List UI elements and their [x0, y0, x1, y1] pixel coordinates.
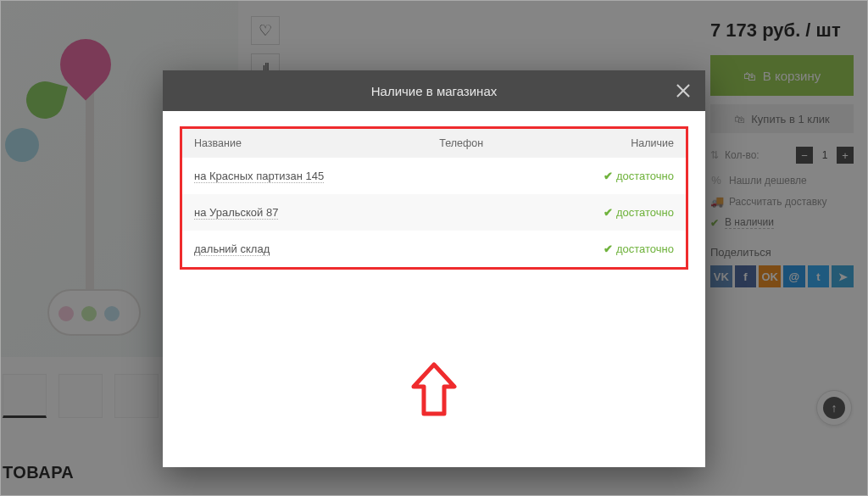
col-name: Название [182, 129, 427, 158]
store-name[interactable]: на Красных партизан 145 [194, 170, 324, 183]
store-availability: ✔достаточно [604, 170, 674, 182]
store-phone [427, 194, 535, 231]
store-name[interactable]: дальний склад [194, 242, 270, 256]
check-icon: ✔ [604, 242, 613, 255]
table-row: на Красных партизан 145 ✔достаточно [182, 158, 686, 194]
col-avail: Наличие [536, 129, 686, 158]
store-availability: ✔достаточно [604, 206, 674, 219]
col-phone: Телефон [427, 129, 535, 158]
availability-modal: Наличие в магазинах Название Телефон Нал… [163, 70, 705, 467]
modal-overlay[interactable]: Наличие в магазинах Название Телефон Нал… [1, 1, 867, 495]
availability-table: Название Телефон Наличие на Красных парт… [182, 129, 686, 267]
store-availability: ✔достаточно [604, 242, 674, 255]
check-icon: ✔ [604, 206, 613, 219]
store-phone [427, 158, 535, 194]
modal-header: Наличие в магазинах [163, 70, 705, 111]
store-name[interactable]: на Уральской 87 [194, 206, 278, 220]
modal-close-button[interactable] [673, 81, 693, 101]
table-row: на Уральской 87 ✔достаточно [182, 194, 686, 231]
annotation-arrow-up-icon [409, 361, 459, 421]
table-row: дальний склад ✔достаточно [182, 231, 686, 267]
table-header-row: Название Телефон Наличие [182, 129, 686, 158]
modal-body: Название Телефон Наличие на Красных парт… [163, 111, 705, 467]
highlight-annotation: Название Телефон Наличие на Красных парт… [180, 126, 688, 270]
modal-title: Наличие в магазинах [371, 84, 498, 98]
check-icon: ✔ [604, 170, 613, 182]
store-phone [427, 231, 535, 267]
